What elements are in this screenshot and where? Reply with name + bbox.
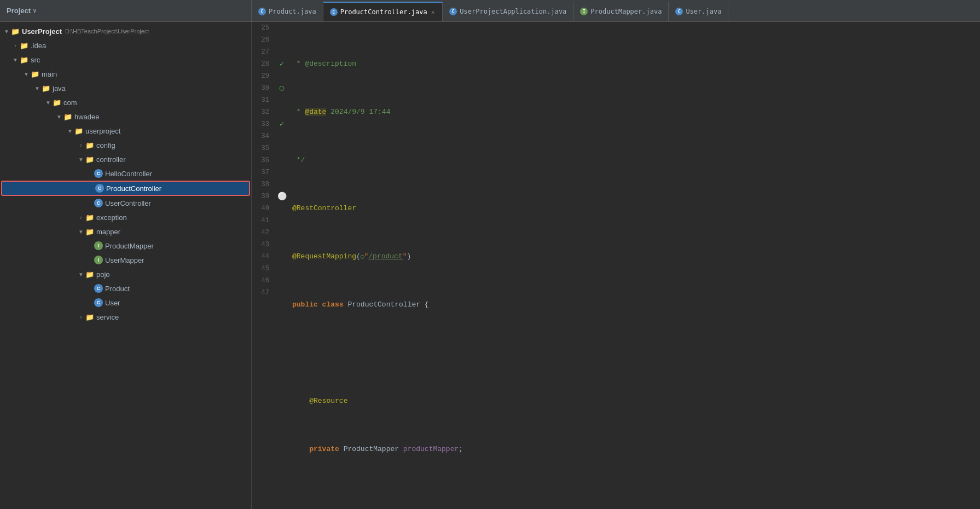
folder-icon-controller: 📁 <box>85 155 94 164</box>
code-line-34 <box>292 491 976 504</box>
code-line-31 <box>292 347 976 359</box>
tab-i-icon-mapper: I <box>580 8 588 15</box>
folder-icon-main: 📁 <box>31 70 39 78</box>
label-productmapper: ProductMapper <box>105 242 154 250</box>
code-line-26: * @date 2024/9/9 17:44 <box>292 106 976 118</box>
tab-userprojectapplication-java[interactable]: C UserProjectApplication.java <box>443 2 573 21</box>
tree-item-src[interactable]: ▼ 📁 src <box>0 53 251 67</box>
code-scroll-area[interactable]: 25 26 27 28 29 30 31 32 33 34 35 36 37 3… <box>252 22 980 509</box>
arrow-service: › <box>77 314 85 320</box>
label-java: java <box>53 84 66 92</box>
tab-c-icon-user: C <box>675 8 683 15</box>
label-pojo: pojo <box>96 270 110 279</box>
arrow-main: ▼ <box>22 71 31 77</box>
arrow-userproject-pkg: ▼ <box>66 128 74 134</box>
tree-item-hellocontroller[interactable]: C HelloController <box>0 166 251 181</box>
label-usermapper: UserMapper <box>105 256 144 264</box>
folder-icon-mapper: 📁 <box>85 228 94 236</box>
arrow-src: ▼ <box>11 57 20 63</box>
tab-product-java[interactable]: C Product.java <box>252 2 323 21</box>
tree-arrow-root: ▼ <box>2 28 11 34</box>
code-line-29: @RequestMapping(◯"/product") <box>292 251 976 263</box>
code-line-25: * @description <box>292 58 976 70</box>
folder-icon-java: 📁 <box>42 84 50 92</box>
folder-icon-userproject-pkg: 📁 <box>74 127 83 135</box>
tree-item-service[interactable]: › 📁 service <box>0 310 251 324</box>
tree-item-config[interactable]: › 📁 config <box>0 138 251 152</box>
label-controller: controller <box>96 155 125 164</box>
arrow-java: ▼ <box>33 85 42 91</box>
tab-label: Product.java <box>269 8 316 15</box>
i-icon-usermapper: I <box>94 256 103 264</box>
gutter-icons: ✓ ◯ ✓ ⚪ <box>276 22 288 509</box>
tree-item-com[interactable]: ▼ 📁 com <box>0 95 251 109</box>
folder-icon-exception: 📁 <box>85 213 94 222</box>
c-icon-product: C <box>95 184 104 193</box>
tree-item-main[interactable]: ▼ 📁 main <box>0 67 251 81</box>
gutter-run-30[interactable]: ◯ <box>280 82 284 94</box>
tree-path-userproject: D:\HBTeachProject\UserProject <box>65 28 149 34</box>
tree-item-productmapper[interactable]: I ProductMapper <box>0 239 251 253</box>
code-content: * @description * @date 2024/9/9 17:44 */… <box>288 22 980 509</box>
tree-item-controller[interactable]: ▼ 📁 controller <box>0 152 251 166</box>
folder-icon-idea: 📁 <box>20 42 28 50</box>
code-line-33: private ProductMapper productMapper; <box>292 443 976 455</box>
label-exception: exception <box>96 213 127 222</box>
top-bar: Project ∨ C Product.java C ProductContro… <box>0 0 980 22</box>
folder-icon-hwadee: 📁 <box>63 113 72 121</box>
i-icon-productmapper: I <box>94 241 103 250</box>
label-hellocontroller: HelloController <box>105 170 152 178</box>
folder-icon-service: 📁 <box>85 313 94 321</box>
label-idea: .idea <box>31 42 46 50</box>
c-icon-product-class: C <box>94 284 103 293</box>
tree-item-mapper[interactable]: ▼ 📁 mapper <box>0 224 251 239</box>
folder-icon-src: 📁 <box>20 56 28 64</box>
tree-item-pojo[interactable]: ▼ 📁 pojo <box>0 267 251 281</box>
chevron-down-icon: ∨ <box>33 7 37 14</box>
tab-c-icon-app: C <box>449 8 457 15</box>
label-product: Product <box>105 285 130 293</box>
tab-productmapper-java[interactable]: I ProductMapper.java <box>573 2 669 21</box>
label-src: src <box>31 56 40 64</box>
gutter-check-33[interactable]: ✓ <box>280 118 284 130</box>
label-user: User <box>105 299 120 307</box>
tree-item-hwadee[interactable]: ▼ 📁 hwadee <box>0 109 251 124</box>
tree-item-productcontroller[interactable]: C ProductController <box>1 181 250 196</box>
label-hwadee: hwadee <box>74 113 100 121</box>
code-line-32: @Resource <box>292 395 976 407</box>
tab-label-app: UserProjectApplication.java <box>460 8 566 15</box>
tab-label-user: User.java <box>686 8 721 15</box>
gutter-gear-39[interactable]: ⚪ <box>277 190 287 203</box>
tab-close-icon[interactable]: × <box>430 9 436 16</box>
label-mapper: mapper <box>96 228 120 236</box>
arrow-idea: › <box>11 43 20 49</box>
code-line-28: @RestController <box>292 203 976 215</box>
project-panel-header[interactable]: Project ∨ <box>0 0 252 21</box>
label-userproject-pkg: userproject <box>85 127 120 135</box>
folder-icon-pojo: 📁 <box>85 270 94 279</box>
label-productcontroller: ProductController <box>106 184 161 193</box>
code-editor: 25 26 27 28 29 30 31 32 33 34 35 36 37 3… <box>252 22 980 509</box>
tree-item-user[interactable]: C User <box>0 296 251 310</box>
arrow-pojo: ▼ <box>77 271 85 277</box>
folder-icon-com: 📁 <box>53 99 61 107</box>
tree-item-userproject-pkg[interactable]: ▼ 📁 userproject <box>0 124 251 138</box>
tree-item-exception[interactable]: › 📁 exception <box>0 210 251 224</box>
tree-item-usercontroller[interactable]: C UserController <box>0 196 251 210</box>
folder-icon-config: 📁 <box>85 141 94 149</box>
project-sidebar: ▼ 📁 UserProject D:\HBTeachProject\UserPr… <box>0 22 252 509</box>
arrow-com: ▼ <box>44 100 53 106</box>
label-main: main <box>42 70 57 78</box>
tree-item-product[interactable]: C Product <box>0 281 251 296</box>
tab-productcontroller-java[interactable]: C ProductController.java × <box>323 2 443 21</box>
gutter-breakpoint-28[interactable]: ✓ <box>280 58 284 70</box>
tab-label-active: ProductController.java <box>340 8 427 16</box>
tree-item-java[interactable]: ▼ 📁 java <box>0 81 251 95</box>
tab-bar: C Product.java C ProductController.java … <box>252 0 980 21</box>
line-numbers-gutter: 25 26 27 28 29 30 31 32 33 34 35 36 37 3… <box>252 22 276 509</box>
tab-user-java[interactable]: C User.java <box>669 2 728 21</box>
main-content: ▼ 📁 UserProject D:\HBTeachProject\UserPr… <box>0 22 980 509</box>
tree-item-idea[interactable]: › 📁 .idea <box>0 38 251 53</box>
tree-item-userproject[interactable]: ▼ 📁 UserProject D:\HBTeachProject\UserPr… <box>0 24 251 38</box>
tree-item-usermapper[interactable]: I UserMapper <box>0 253 251 267</box>
